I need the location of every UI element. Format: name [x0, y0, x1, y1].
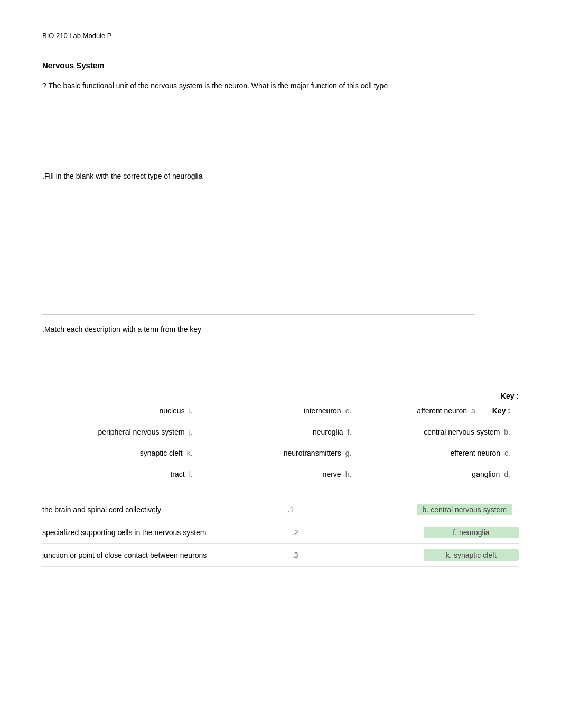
key-table: Key : nucleus i. interneuron e. afferent… — [42, 392, 519, 567]
key-term-neurotrans: neurotransmitters — [284, 449, 341, 457]
key-label-right: Key : — [492, 407, 510, 415]
key-row-3: synaptic cleft k. neurotransmitters g. e… — [42, 445, 519, 462]
page-header: BIO 210 Lab Module P — [42, 32, 519, 40]
key-letter-f: f. — [348, 428, 352, 436]
question2-text: .Fill in the blank with the correct type… — [42, 171, 519, 182]
answer-number-1: .1 — [278, 505, 294, 514]
key-label-row: Key : — [42, 392, 519, 400]
answer-value-3: k. synaptic cleft — [424, 549, 519, 561]
key-term-interneuron: interneuron — [304, 407, 341, 415]
key-term-neuroglia: neuroglia — [313, 428, 343, 436]
key-term-synaptic: synaptic cleft — [140, 449, 183, 457]
key-letter-k: k. — [187, 449, 193, 457]
answer-row-3: junction or point of close contact betwe… — [42, 544, 519, 567]
answer-row-2: specialized supporting cells in the nerv… — [42, 521, 519, 544]
key-row-1: nucleus i. interneuron e. afferent neuro… — [42, 402, 519, 419]
key-letter-h: h. — [345, 470, 352, 478]
key-col-4-1: tract l. — [42, 466, 201, 483]
key-col-3-3: efferent neuron c. — [360, 445, 519, 462]
key-term-ganglion: ganglion — [472, 470, 500, 478]
question1-text: ? The basic functional unit of the nervo… — [42, 80, 519, 91]
answers-section: the brain and spinal cord collectively .… — [42, 499, 519, 567]
answer1-blank — [42, 102, 519, 171]
key-letter-i: i. — [189, 407, 193, 415]
answer-number-3: .3 — [283, 551, 298, 559]
section-title: Nervous System — [42, 61, 519, 70]
match-section: .Match each description with a term from… — [42, 325, 519, 567]
pre-key-blank — [42, 349, 519, 392]
key-col-1-2: interneuron e. — [201, 402, 360, 419]
header-title: BIO 210 Lab Module P — [42, 32, 519, 40]
answer-description-3: junction or point of close contact betwe… — [42, 551, 283, 559]
key-letter-b: b. — [504, 428, 510, 436]
answer-description-1: the brain and spinal cord collectively — [42, 505, 278, 514]
key-col-4-2: nerve h. — [201, 466, 360, 483]
key-term-tract: tract — [170, 470, 184, 478]
key-term-efferent: efferent neuron — [450, 449, 500, 457]
key-term-nucleus: nucleus — [159, 407, 184, 415]
key-term-nerve: nerve — [323, 470, 341, 478]
key-col-1-3: afferent neuron a. Key : — [360, 402, 519, 419]
key-letter-c: c. — [504, 449, 510, 457]
key-col-3-1: synaptic cleft k. — [42, 445, 201, 462]
key-row-4: tract l. nerve h. ganglion d. — [42, 466, 519, 483]
key-letter-e: e. — [345, 407, 352, 415]
match-intro: .Match each description with a term from… — [42, 325, 519, 334]
key-letter-d: d. — [504, 470, 510, 478]
key-col-3-2: neurotransmitters g. — [201, 445, 360, 462]
key-term-cns: central nervous system — [424, 428, 500, 436]
key-col-2-1: peripheral nervous system j. — [42, 423, 201, 440]
answer2-blank — [42, 192, 519, 309]
answer-row-1: the brain and spinal cord collectively .… — [42, 499, 519, 521]
key-row-2: peripheral nervous system j. neuroglia f… — [42, 423, 519, 440]
answer-description-2: specialized supporting cells in the nerv… — [42, 528, 283, 537]
key-col-2-2: neuroglia f. — [201, 423, 360, 440]
nervous-system-title: Nervous System — [42, 61, 519, 70]
key-col-2-3: central nervous system b. — [360, 423, 519, 440]
key-letter-g: g. — [345, 449, 352, 457]
answer-dash-1: - — [516, 505, 519, 514]
section-divider — [42, 314, 475, 315]
question2-block: .Fill in the blank with the correct type… — [42, 171, 519, 182]
key-term-pns: peripheral nervous system — [98, 428, 184, 436]
key-letter-l: l. — [189, 470, 193, 478]
answer-value-2: f. neuroglia — [424, 527, 519, 538]
key-col-4-3: ganglion d. — [360, 466, 519, 483]
key-label: Key : — [501, 392, 519, 400]
key-letter-j: j. — [189, 428, 193, 436]
answer-value-1: b. central nervous system — [417, 504, 512, 515]
answer-number-2: .2 — [283, 528, 298, 537]
key-term-afferent: afferent neuron — [417, 407, 467, 415]
question1-block: ? The basic functional unit of the nervo… — [42, 80, 519, 91]
key-letter-a: a. — [471, 407, 478, 415]
key-col-1-1: nucleus i. — [42, 402, 201, 419]
